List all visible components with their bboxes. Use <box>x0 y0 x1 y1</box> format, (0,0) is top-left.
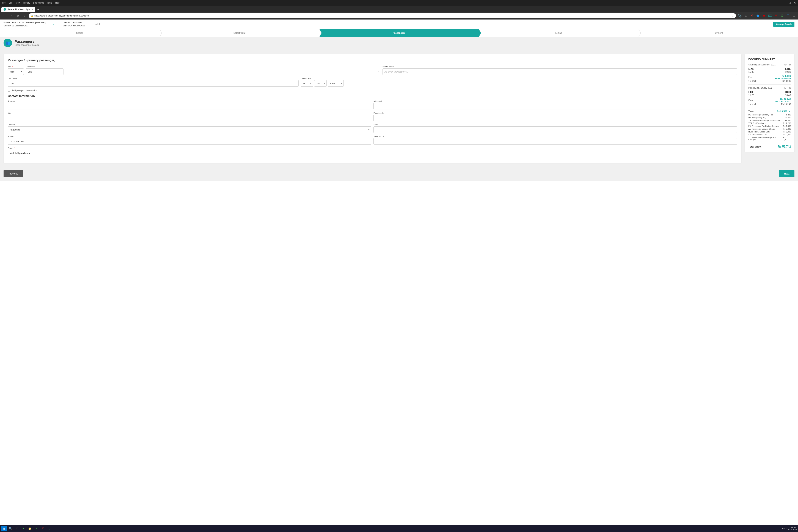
ext6-icon[interactable]: T <box>786 14 790 18</box>
pocket-icon[interactable]: 📎 <box>738 14 742 18</box>
taskbar-spotify-icon[interactable]: ♫ <box>46 526 52 531</box>
taskbar-chrome-icon[interactable]: ● <box>21 526 26 531</box>
new-tab-button[interactable]: + <box>36 7 41 12</box>
menu-tools[interactable]: Tools <box>47 2 52 4</box>
ext2-icon[interactable]: ■ <box>762 14 766 18</box>
ext5-icon[interactable]: G <box>780 14 784 18</box>
dob-month-select[interactable]: Jan FebMarApr MayJunJul AugSepOct NovDec <box>314 80 327 87</box>
taskbar-excel-icon[interactable]: X <box>34 526 39 531</box>
flight1-dest-code: LHE <box>785 68 791 71</box>
title-select[interactable]: Miss Mr Mrs Ms Dr <box>8 69 24 75</box>
last-name-required: * <box>17 77 18 79</box>
taskbar-ppt-icon[interactable]: P <box>40 526 45 531</box>
email-input[interactable] <box>8 150 358 156</box>
bookmark-icon[interactable]: ☆ <box>732 15 734 17</box>
menu-edit[interactable]: Edit <box>9 2 13 4</box>
back-button[interactable]: ← <box>2 13 7 18</box>
address1-input[interactable] <box>8 103 371 109</box>
forward-button[interactable]: → <box>8 13 14 18</box>
address2-input[interactable] <box>374 103 737 109</box>
home-button[interactable]: ⌂ <box>22 13 27 18</box>
gmail-icon[interactable]: M <box>750 14 754 18</box>
tax-n9-amount: Rs 500 <box>785 116 791 119</box>
ext4-icon[interactable]: M <box>774 14 778 18</box>
dob-year-select[interactable]: 2000 <box>328 80 344 87</box>
ext1-icon[interactable]: 🔷 <box>756 14 760 18</box>
address-bar[interactable]: 🔒 https://serene-production-ezycommerce.… <box>29 13 736 18</box>
passport-checkbox[interactable] <box>8 89 10 92</box>
tax-zr-label: ZR: Advance Passenger Information <box>748 119 780 121</box>
country-select[interactable]: Antarctica AfghanistanAlbaniaAlgeria Arg… <box>8 127 371 133</box>
email-required: * <box>14 147 15 149</box>
step-search[interactable]: Search <box>0 29 159 37</box>
menu-bar[interactable]: File Edit View History Bookmarks Tools H… <box>2 2 60 4</box>
window-controls[interactable]: — ☐ ✕ <box>783 1 796 4</box>
work-phone-input[interactable] <box>374 138 737 145</box>
step-extras-label: Extras <box>555 32 562 34</box>
divider-2 <box>748 108 791 108</box>
change-search-button[interactable]: Change Search <box>773 22 795 27</box>
tax-item-ae: AE: Passenger Service Charge Rs 3,600 <box>748 128 791 130</box>
city-input[interactable] <box>8 115 371 121</box>
name-row-1: Title * Miss Mr Mrs Ms Dr ▼ <box>8 65 737 75</box>
menu-icon[interactable]: ☰ <box>792 14 796 18</box>
close-button[interactable]: ✕ <box>794 1 796 4</box>
dob-year-wrapper: 2000 ▼ <box>328 80 344 87</box>
tax-yqi-amount: Rs 7,288 <box>783 122 791 124</box>
destination-city: LAHORE, PAKISTAN <box>63 21 84 24</box>
taxes-expand-icon[interactable]: ▲ <box>788 110 791 113</box>
flight1-adult-row: 1 x adult Rs 8,906 <box>748 80 791 82</box>
address2-field: Address 2 <box>374 100 737 109</box>
flight1-date: Saturday 25 December 2021 <box>748 63 776 66</box>
state-input[interactable] <box>374 127 737 133</box>
tax-item-zr: ZR: Advance Passenger Information Rs 480 <box>748 119 791 121</box>
minimize-button[interactable]: — <box>783 1 786 4</box>
step-select-flight[interactable]: Select flight <box>159 29 319 37</box>
taskbar-multitask-icon[interactable]: ⧉ <box>15 526 20 531</box>
title-label: Title * <box>8 65 24 68</box>
menu-history[interactable]: History <box>23 2 30 4</box>
passengers-count: 1 adult <box>93 23 100 25</box>
ext3-icon[interactable]: SC <box>768 14 772 18</box>
title-required: * <box>12 65 13 68</box>
step-select-flight-label: Select flight <box>233 32 245 34</box>
step-extras[interactable]: Extras <box>479 29 639 37</box>
last-name-input[interactable] <box>8 80 299 87</box>
phone-input[interactable] <box>8 138 371 145</box>
tax-sp-amount: Rs 2,000 <box>783 134 791 136</box>
flight-info-bar: DUBAI, UNITED ARAB EMIRATES (Terminal 1)… <box>0 19 798 29</box>
main-content: Passenger 1 (primary passenger) Title * … <box>0 51 798 167</box>
flight1-fare-right: Rs 8,906 FREE BAGGAGE <box>775 75 791 79</box>
refresh-button[interactable]: ↻ <box>15 13 20 18</box>
postal-input[interactable] <box>374 115 737 121</box>
taskbar-search-icon[interactable]: 🔍 <box>8 526 14 531</box>
flight2-code: ER723 <box>784 87 791 89</box>
flight1-dest: LHE 19:30 <box>785 68 791 73</box>
download-icon[interactable]: ⬇ <box>744 14 748 18</box>
origin-date: Saturday 25 December 2021 <box>3 24 46 27</box>
menu-help[interactable]: Help <box>55 2 60 4</box>
menu-file[interactable]: File <box>2 2 5 4</box>
browser-tab[interactable]: S Serene Air - Select flight × <box>1 7 35 12</box>
first-name-input[interactable] <box>26 69 63 75</box>
city-field: City <box>8 112 371 121</box>
email-field: E-mail * <box>8 147 358 156</box>
url-text[interactable]: https://serene-production-ezycommerce.ez… <box>34 15 731 17</box>
origin-city: DUBAI, UNITED ARAB EMIRATES (Terminal 1) <box>3 21 46 24</box>
dob-day-select[interactable]: 18 <box>301 80 313 87</box>
menu-bookmarks[interactable]: Bookmarks <box>33 2 44 4</box>
start-button[interactable]: ⊞ <box>1 526 7 531</box>
maximize-button[interactable]: ☐ <box>788 1 791 4</box>
menu-view[interactable]: View <box>16 2 20 4</box>
flight2-dest-code: DXB <box>785 91 791 94</box>
taskbar-explorer-icon[interactable]: 📁 <box>27 526 33 531</box>
page-header: 👥 Passengers Enter passenger details <box>0 37 798 51</box>
middle-name-input[interactable] <box>382 69 737 75</box>
header-text: Passengers Enter passenger details <box>15 40 39 46</box>
step-payment[interactable]: Payment <box>639 29 798 37</box>
step-passengers[interactable]: Passengers <box>319 29 479 37</box>
tab-close-button[interactable]: × <box>32 8 33 11</box>
previous-button[interactable]: Previous <box>3 170 23 177</box>
work-phone-field: Work Phone <box>374 135 737 145</box>
next-button[interactable]: Next <box>779 170 795 177</box>
